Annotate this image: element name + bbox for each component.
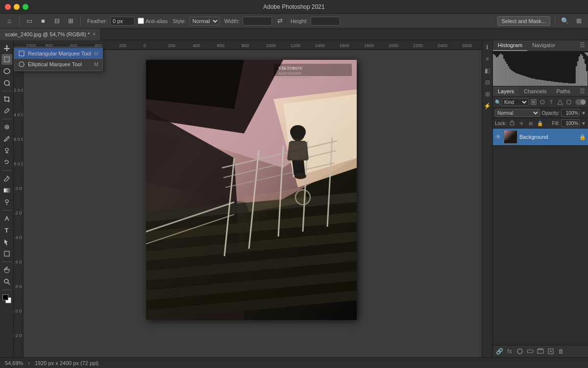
panel-export-icon[interactable]: ⊞ — [483, 89, 492, 99]
svg-rect-149 — [576, 66, 577, 86]
link-layers-icon[interactable]: 🔗 — [495, 347, 504, 356]
new-group-icon[interactable] — [536, 347, 545, 356]
marquee-tool[interactable] — [1, 54, 12, 65]
eyedropper-tool[interactable] — [1, 105, 12, 116]
toolbar-sep-3 — [555, 17, 555, 26]
svg-rect-121 — [534, 79, 536, 86]
layers-tab[interactable]: Layers — [493, 86, 519, 96]
svg-text:600: 600 — [217, 43, 224, 48]
layer-item[interactable]: 👁 — [493, 129, 588, 146]
navigator-tab[interactable]: Navigator — [527, 40, 560, 51]
status-arrow[interactable]: › — [28, 360, 30, 366]
add-mask-icon[interactable] — [515, 347, 524, 356]
pen-tool[interactable] — [1, 213, 12, 224]
panel-properties-icon[interactable]: ≡ — [483, 54, 492, 64]
app-title: Adobe Photoshop 2021 — [263, 3, 324, 10]
panel-info-icon[interactable]: ℹ — [483, 42, 492, 52]
svg-rect-10 — [4, 188, 10, 192]
histogram-tab[interactable]: Histogram — [493, 40, 527, 51]
quick-select-tool[interactable] — [1, 78, 12, 88]
feather-input[interactable] — [110, 17, 135, 26]
gradient-tool[interactable] — [1, 185, 12, 196]
panel-libraries-icon[interactable]: ⊟ — [483, 78, 492, 87]
svg-rect-1 — [4, 57, 9, 62]
hand-tool[interactable] — [1, 264, 12, 275]
clone-stamp-tool[interactable] — [1, 145, 12, 156]
channels-tab[interactable]: Channels — [519, 86, 551, 96]
shape-tool[interactable] — [1, 248, 12, 259]
histogram-menu-icon[interactable]: ☰ — [577, 40, 588, 51]
crop-tool[interactable] — [1, 94, 12, 105]
filter-toggle[interactable] — [575, 99, 586, 105]
height-input[interactable] — [311, 17, 340, 26]
layers-list: 👁 — [493, 129, 588, 345]
delete-layer-icon[interactable]: 🗑 — [557, 347, 565, 356]
layer-visibility-icon[interactable]: 👁 — [495, 133, 502, 140]
photo: VIKTOROV ALEKSANDER EDITORIAL MAGAZINE — [146, 60, 357, 320]
shape-filter-icon[interactable] — [556, 98, 564, 106]
swap-dimensions-icon[interactable]: ⇄ — [275, 16, 286, 26]
fill-arrow[interactable]: ▼ — [581, 121, 586, 126]
fill-input[interactable] — [561, 119, 580, 127]
layers-menu-icon[interactable]: ☰ — [577, 86, 588, 96]
type-filter-icon[interactable]: T — [547, 98, 555, 106]
history-brush-tool[interactable] — [1, 157, 12, 168]
lock-position-icon[interactable]: ✢ — [517, 119, 525, 127]
width-input[interactable] — [243, 17, 272, 26]
eraser-tool[interactable] — [1, 173, 12, 184]
svg-rect-112 — [521, 75, 522, 86]
close-button[interactable] — [5, 4, 11, 10]
home-icon[interactable]: ⌂ — [4, 16, 15, 26]
panel-extra-icon[interactable]: ⚡ — [483, 101, 492, 111]
tool-dropdown: Rectangular Marquee Tool M Elliptical Ma… — [14, 47, 103, 71]
svg-rect-159 — [532, 101, 535, 104]
blend-mode-select[interactable]: Normal — [495, 109, 540, 117]
opacity-input[interactable] — [561, 109, 580, 117]
kind-select[interactable]: Kind — [502, 98, 529, 106]
brush-tool[interactable] — [1, 133, 12, 144]
zoom-tool[interactable] — [1, 276, 12, 287]
search-icon[interactable]: 🔍 — [560, 16, 570, 26]
adjustment-filter-icon[interactable] — [539, 98, 546, 106]
panel-adjust-icon[interactable]: ◧ — [483, 66, 492, 76]
dodge-tool[interactable] — [1, 197, 12, 208]
new-doc-icon[interactable]: ▭ — [24, 16, 35, 26]
lock-all-icon[interactable]: 🔒 — [536, 119, 544, 127]
rectangular-marquee-option[interactable]: Rectangular Marquee Tool M — [14, 48, 102, 59]
foreground-background-colors[interactable] — [1, 293, 12, 304]
tool-options-icon[interactable]: ■ — [38, 16, 49, 26]
text-tool[interactable]: T — [1, 225, 12, 236]
anti-alias-checkbox[interactable] — [138, 18, 144, 24]
tool-options-3-icon[interactable]: ⊞ — [65, 16, 76, 26]
healing-tool[interactable] — [1, 122, 12, 132]
maximize-button[interactable] — [23, 4, 28, 10]
new-layer-icon[interactable] — [546, 347, 555, 356]
minimize-button[interactable] — [14, 4, 20, 10]
layer-lock-icon: 🔒 — [579, 134, 586, 140]
paths-tab[interactable]: Paths — [552, 86, 575, 96]
add-style-icon[interactable]: fx — [505, 347, 514, 356]
lasso-tool[interactable] — [1, 66, 12, 77]
svg-text:ALEKSANDER: ALEKSANDER — [278, 72, 301, 75]
pixel-filter-icon[interactable] — [530, 98, 538, 106]
smart-filter-icon[interactable] — [565, 98, 573, 106]
svg-text:2000: 2000 — [389, 43, 398, 48]
elliptical-marquee-option[interactable]: Elliptical Marquee Tool M — [14, 59, 102, 70]
lock-artboard-icon[interactable]: ⊞ — [527, 119, 535, 127]
svg-text:1 6 0 0: 1 6 0 0 — [14, 260, 24, 264]
svg-point-14 — [4, 279, 8, 283]
select-mask-button[interactable]: Select and Mask... — [497, 16, 551, 26]
move-tool[interactable] — [1, 42, 12, 53]
lock-pixels-icon[interactable] — [508, 119, 516, 127]
path-select-tool[interactable] — [1, 237, 12, 247]
tool-options-2-icon[interactable]: ⊟ — [51, 16, 62, 26]
opacity-arrow[interactable]: ▼ — [581, 110, 586, 116]
file-tab-close[interactable]: × — [93, 31, 96, 37]
new-adjustment-icon[interactable] — [526, 347, 535, 356]
svg-rect-142 — [565, 83, 567, 86]
svg-rect-173 — [19, 51, 24, 56]
file-tab[interactable]: scale_2400.jpg @ 54,7% (RGB/8) * × — [0, 28, 101, 40]
canvas-area[interactable]: 1000 800 600 400 200 0 200 400 600 800 1… — [14, 40, 482, 357]
workspaces-icon[interactable]: ⊞ — [573, 16, 584, 26]
style-select[interactable]: Normal — [189, 17, 220, 26]
